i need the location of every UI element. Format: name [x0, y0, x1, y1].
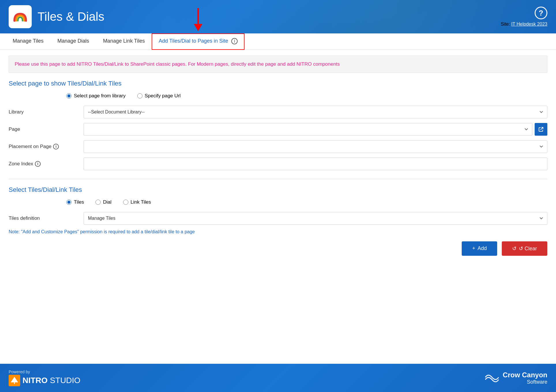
radio-tiles-label: Tiles: [74, 199, 84, 205]
tab-manage-tiles[interactable]: Manage Tiles: [6, 33, 50, 50]
tiles-definition-row: Tiles definition Manage Tiles: [9, 212, 547, 225]
radio-url-input[interactable]: [137, 93, 142, 99]
add-icon: +: [472, 245, 475, 251]
crow-canyon-line1: Crow Canyon: [503, 371, 547, 379]
library-select[interactable]: --Select Document Library--: [84, 106, 547, 118]
site-label: Site:: [501, 22, 510, 26]
main-content: Please use this page to add NITRO Tiles/…: [0, 50, 556, 364]
nav-tabs: Manage Tiles Manage Dials Manage Link Ti…: [0, 33, 556, 50]
notice-banner: Please use this page to add NITRO Tiles/…: [9, 56, 547, 73]
header-right: ? Site: IT Helpdesk 2023: [501, 7, 547, 27]
crow-canyon-line2: Software: [503, 379, 547, 385]
radio-url-label: Specify page Url: [145, 93, 181, 99]
radio-link-tiles-label: Link Tiles: [131, 199, 151, 205]
add-label: Add: [478, 245, 487, 251]
clear-label: ↺ Clear: [519, 245, 537, 252]
placement-label: Placement on Page i: [9, 144, 84, 149]
action-buttons: + Add ↺ ↺ Clear: [9, 241, 547, 256]
crow-canyon-content: Crow Canyon Software: [485, 371, 547, 385]
radio-library-input[interactable]: [66, 93, 72, 99]
tab-add-tiles-dial-label: Add Tiles/Dial to Pages in Site: [159, 38, 228, 44]
notice-text: Please use this page to add NITRO Tiles/…: [15, 60, 541, 68]
radio-select-from-library[interactable]: Select page from library: [66, 93, 126, 99]
zone-index-row: Zone Index i 0: [9, 158, 547, 170]
radio-dial-input[interactable]: [95, 200, 101, 205]
site-info: Site: IT Helpdesk 2023: [501, 22, 547, 27]
radio-specify-url[interactable]: Specify page Url: [137, 93, 181, 99]
radio-tiles[interactable]: Tiles: [66, 199, 84, 205]
tiles-radio-row: Tiles Dial Link Tiles: [66, 199, 547, 205]
library-row: Library --Select Document Library--: [9, 106, 547, 118]
app-logo: [9, 5, 32, 28]
studio-text: STUDIO: [50, 376, 80, 385]
tiles-definition-label: Tiles definition: [9, 215, 84, 221]
radio-dial[interactable]: Dial: [95, 199, 111, 205]
zone-index-label: Zone Index i: [9, 161, 84, 167]
radio-link-tiles[interactable]: Link Tiles: [123, 199, 151, 205]
add-button[interactable]: + Add: [462, 241, 497, 256]
crow-canyon-wave-icon: [485, 372, 499, 384]
radio-link-tiles-input[interactable]: [123, 200, 128, 205]
tiles-section: Select Tiles/Dial/Link Tiles Tiles Dial …: [9, 186, 547, 256]
crow-canyon-logo: Crow Canyon Software: [485, 371, 547, 385]
external-link-button[interactable]: [535, 123, 547, 136]
app-header: Tiles & Dials ? Site: IT Helpdesk 2023: [0, 0, 556, 33]
page-section-title: Select page to show Tiles/Dial/Link Tile…: [9, 80, 547, 87]
library-label: Library: [9, 109, 84, 115]
tab-manage-dials[interactable]: Manage Dials: [50, 33, 96, 50]
tab-add-tiles-dial[interactable]: Add Tiles/Dial to Pages in Site i: [152, 33, 245, 50]
placement-select[interactable]: [84, 140, 547, 153]
clear-button[interactable]: ↺ ↺ Clear: [502, 241, 547, 256]
clear-icon: ↺: [512, 245, 516, 252]
info-icon-tab[interactable]: i: [231, 38, 238, 44]
page-row: Page: [9, 123, 547, 136]
page-select[interactable]: [84, 123, 532, 136]
page-label: Page: [9, 126, 84, 132]
help-icon[interactable]: ?: [535, 7, 547, 19]
powered-by-text: Powered by: [9, 370, 80, 374]
nitro-logo: NITRO STUDIO: [9, 375, 80, 386]
placement-info-icon[interactable]: i: [53, 144, 59, 149]
crow-canyon-text-block: Crow Canyon Software: [503, 371, 547, 385]
section-divider: [9, 179, 547, 179]
tab-manage-link-tiles[interactable]: Manage Link Tiles: [96, 33, 152, 50]
placement-row: Placement on Page i: [9, 140, 547, 153]
footer-logo: Powered by NITRO STUDIO: [9, 370, 80, 386]
page-row-controls: [84, 123, 547, 136]
page-radio-row: Select page from library Specify page Ur…: [66, 93, 547, 99]
tiles-section-title: Select Tiles/Dial/Link Tiles: [9, 186, 547, 194]
zone-index-input[interactable]: 0: [84, 158, 547, 170]
zone-index-info-icon[interactable]: i: [35, 161, 41, 167]
radio-tiles-input[interactable]: [66, 200, 72, 205]
tiles-definition-select[interactable]: Manage Tiles: [84, 212, 547, 225]
page-section: Select page to show Tiles/Dial/Link Tile…: [9, 80, 547, 170]
note-text: Note: "Add and Customize Pages" permissi…: [9, 229, 547, 234]
radio-library-label: Select page from library: [74, 93, 126, 99]
svg-marker-2: [11, 377, 18, 382]
external-link-icon: [538, 126, 544, 132]
nav-area: Manage Tiles Manage Dials Manage Link Ti…: [0, 33, 556, 50]
app-footer: Powered by NITRO STUDIO Crow Canyon: [0, 364, 556, 392]
app-title: Tiles & Dials: [37, 10, 104, 24]
site-link[interactable]: IT Helpdesk 2023: [511, 22, 547, 26]
radio-dial-label: Dial: [103, 199, 111, 205]
nitro-icon-svg: [10, 376, 18, 385]
nitro-icon: [9, 375, 20, 386]
header-left: Tiles & Dials: [9, 5, 104, 28]
nitro-text: NITRO: [22, 376, 48, 385]
